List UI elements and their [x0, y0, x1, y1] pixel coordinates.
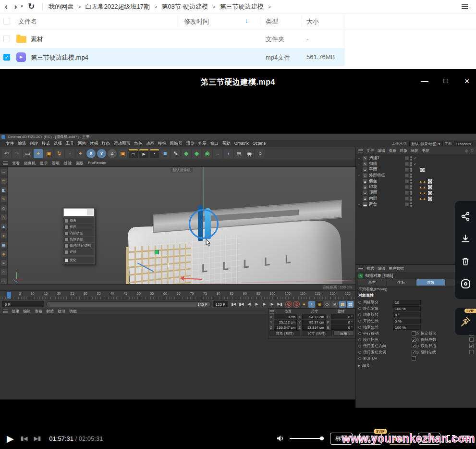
commander-search-input[interactable] [63, 208, 94, 216]
transport-button[interactable]: ▶ [261, 302, 268, 306]
object-row[interactable]: ▲ 平面 ▦ [358, 167, 476, 173]
layer-toggle[interactable] [405, 185, 409, 189]
coord-size-dropdown[interactable]: 尺寸 (绝对) [302, 330, 332, 336]
c4d-menu-item[interactable]: 角色 [134, 141, 142, 147]
rotation-field[interactable]: 0 ° [331, 314, 354, 319]
animation-toggle-icon[interactable]: ⊘ [285, 301, 292, 308]
c4d-mode-icon[interactable]: ∴ [1, 269, 7, 275]
c4d-menu-item[interactable]: 动画 [146, 141, 154, 147]
texture-tag[interactable]: ▦ [428, 197, 432, 201]
material-menu-item[interactable]: 材质 [46, 309, 54, 314]
position-field[interactable]: -166.547 cm [274, 325, 297, 330]
panel-menu-icon[interactable] [3, 310, 8, 313]
animation-toggle-icon[interactable]: ◇ [324, 301, 330, 308]
object-name[interactable]: 侧面 [369, 178, 403, 184]
keyframe-dot[interactable] [416, 351, 419, 354]
phong-tags[interactable]: ▲▲ [419, 197, 427, 200]
c4d-menu-item[interactable]: 扩展 [198, 141, 207, 147]
c4d-menu-item[interactable]: 帮助 [222, 141, 231, 147]
c4d-tool-icon[interactable]: ◆ [192, 149, 201, 158]
keyframe-dot[interactable] [358, 351, 361, 354]
visibility-dots[interactable] [410, 174, 412, 178]
attribute-tab[interactable]: 基本 [358, 279, 386, 286]
c4d-tool-icon[interactable]: Y [97, 149, 106, 158]
turbo-button[interactable]: 极速 [389, 433, 411, 445]
share-button[interactable] [460, 211, 471, 222]
keyframe-dot[interactable] [358, 326, 361, 329]
keyframe-dot[interactable] [416, 332, 419, 335]
row-checkbox-checked[interactable]: ✓ [3, 54, 10, 61]
checkbox[interactable]: ✓ [412, 344, 416, 348]
c4d-menu-item[interactable]: 体积 [90, 141, 98, 147]
coord-mode-dropdown[interactable]: 对象 (相对) [269, 330, 300, 336]
c4d-tool-icon[interactable]: ◉ [245, 149, 254, 158]
enabled-check[interactable]: ✓ [414, 162, 417, 166]
column-size[interactable]: 大小 [306, 17, 319, 26]
c4d-menu-item[interactable]: 窗口 [210, 141, 219, 147]
visibility-dots[interactable] [410, 162, 412, 166]
c4d-tool-icon[interactable]: ◉ [203, 149, 212, 158]
object-row[interactable]: ▲ 侧面 ▲▲ ▦ [358, 178, 476, 184]
object-row[interactable]: − □ 外部特征 [358, 173, 476, 178]
animation-toggle-icon[interactable]: ▤ [347, 301, 354, 308]
pin-button[interactable]: SVIP [455, 308, 476, 335]
c4d-menu-item[interactable]: 模拟 [158, 141, 166, 147]
sort-desc-icon[interactable]: ↓ [245, 17, 248, 24]
c4d-mode-icon[interactable]: ◈ [1, 251, 7, 257]
layer-toggle[interactable] [405, 191, 409, 195]
checkbox[interactable] [469, 337, 474, 342]
c4d-mode-icon[interactable]: ▦ [1, 242, 7, 248]
visibility-dots[interactable] [410, 156, 412, 161]
position-field[interactable]: 0 cm [274, 314, 297, 319]
viewport-menu-item[interactable]: 显示 [40, 161, 48, 166]
transport-button[interactable]: ▶ [269, 302, 276, 306]
timeline-ruler[interactable]: 0510152025303540455055606570758085909510… [0, 290, 355, 300]
breadcrumb-item[interactable]: 我的网盘 [49, 2, 73, 11]
mark-button[interactable]: 标记 [330, 433, 353, 445]
object-row[interactable]: − ∿ 扫描 ✓ [358, 161, 476, 167]
c4d-tool-icon[interactable]: Z [108, 149, 117, 158]
forward-icon[interactable]: › [14, 2, 17, 11]
object-name[interactable]: 顶面 [369, 190, 403, 196]
c4d-mode-icon[interactable]: ¤ [1, 278, 7, 284]
phong-tags[interactable]: ▲▲ [419, 186, 427, 189]
transport-button[interactable]: ▮◀ [230, 302, 237, 306]
object-manager-menu-item[interactable]: 对象 [400, 148, 407, 153]
texture-tag[interactable] [420, 162, 425, 166]
phong-tags[interactable]: ▲▲ [419, 191, 427, 195]
rotation-field[interactable]: 0 ° [331, 325, 354, 330]
transport-button[interactable]: ▮◀ [238, 302, 245, 306]
c4d-menu-item[interactable]: 模式 [42, 141, 50, 147]
position-field[interactable]: 25.112 cm [274, 320, 297, 324]
download-button[interactable] [460, 233, 471, 245]
c4d-tool-icon[interactable]: ▭ [23, 149, 32, 158]
keyframe-dot[interactable] [416, 338, 419, 341]
attribute-tab[interactable]: 坐标 [387, 279, 415, 286]
panel-menu-icon[interactable] [358, 267, 363, 270]
attribute-value-field[interactable]: 100 % [393, 306, 421, 311]
c4d-menu-item[interactable]: 选择 [54, 141, 62, 147]
commander-item[interactable]: 内部挤压 [63, 230, 94, 236]
animation-toggle-icon[interactable]: + [308, 301, 315, 308]
animation-toggle-icon[interactable]: ▣ [316, 301, 323, 308]
c4d-tool-icon[interactable]: ■ [160, 149, 170, 158]
size-field[interactable]: 95.37 cm [302, 320, 325, 324]
visibility-dots[interactable] [410, 168, 412, 172]
panel-menu-icon[interactable] [3, 162, 8, 165]
play-button[interactable]: ▶ [7, 433, 14, 444]
c4d-tool-icon[interactable]: ◗ [224, 149, 233, 158]
panel-menu-icon[interactable] [269, 310, 274, 313]
layer-toggle[interactable] [405, 174, 409, 177]
c4d-menu-item[interactable]: 渲染 [186, 141, 195, 147]
c4d-menu-item[interactable]: Ornatrix [234, 141, 249, 147]
visibility-dots[interactable] [410, 179, 412, 184]
c4d-tool-icon[interactable]: ▭ [129, 149, 138, 158]
details-expander[interactable]: ▸ 细节 [356, 362, 476, 370]
transport-button[interactable]: ▶ [253, 302, 260, 306]
c4d-mode-icon[interactable]: ✎ [1, 196, 7, 202]
commander-item[interactable]: 焊接 [63, 249, 94, 255]
c4d-menu-item[interactable]: 样条 [102, 141, 110, 147]
attribute-value-field[interactable]: 0 ° [393, 312, 421, 317]
keyframe-dot[interactable] [358, 313, 361, 316]
attributes-menu-item[interactable]: 编辑 [378, 266, 385, 271]
